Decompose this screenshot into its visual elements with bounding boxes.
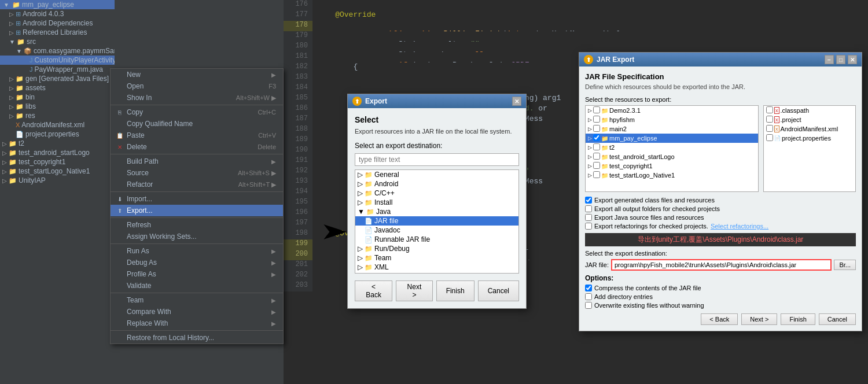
- menu-item-delete[interactable]: ✕ Delete Delete: [111, 141, 283, 153]
- jar-browse-button[interactable]: Br...: [834, 260, 856, 270]
- jar-tree-test-android[interactable]: ▷ 📁 test_android_startLogo: [586, 152, 758, 161]
- tree-item-android-manifest[interactable]: ▷ X AndroidManifest.xml: [0, 120, 115, 130]
- tree-item-project-props[interactable]: ▷ 📄 project.properties: [0, 130, 115, 139]
- jar-right-classpath[interactable]: x .classpath: [764, 106, 855, 115]
- tree-item-test-android[interactable]: ▷ 📁 test_android_startLogo: [0, 148, 115, 157]
- export-tree-java[interactable]: ▼ 📁 Java: [355, 207, 518, 216]
- export-tree-general[interactable]: ▷ 📁 General: [355, 170, 518, 179]
- overwrite-checkbox[interactable]: [585, 302, 592, 309]
- menu-item-copy[interactable]: ⎘ Copy Ctrl+C: [111, 106, 283, 118]
- checkbox-hpyfishm[interactable]: [593, 116, 600, 124]
- jar-tree-main2[interactable]: ▷ 📁 main2: [586, 124, 758, 134]
- checkbox-demo231[interactable]: [593, 106, 600, 115]
- export-tree-install[interactable]: ▷ 📁 Install: [355, 198, 518, 207]
- checkbox-project-props[interactable]: [766, 134, 773, 142]
- checkbox-project[interactable]: [766, 116, 773, 124]
- compress-checkbox[interactable]: [585, 285, 592, 291]
- checkbox-test-startlogo[interactable]: [593, 171, 600, 179]
- tree-item-test-copyright[interactable]: ▷ 📁 test_copyright1: [0, 157, 115, 167]
- menu-item-replace-with[interactable]: Replace With ▶: [111, 317, 283, 329]
- checkbox-test-android[interactable]: [593, 153, 600, 161]
- jar-right-tree[interactable]: x .classpath x .project x AndroidManifes…: [763, 105, 856, 192]
- jar-tree-mm-pay-eclipse[interactable]: ▷ 📁 mm_pay_eclipse: [586, 134, 758, 143]
- export-back-button[interactable]: < Back: [355, 280, 392, 301]
- jar-tree-t2[interactable]: ▷ 📁 t2: [586, 143, 758, 152]
- menu-item-restore-history[interactable]: Restore from Local History...: [111, 332, 283, 344]
- export-tree-jar-file[interactable]: 📄 JAR file: [355, 216, 518, 226]
- export-finish-button[interactable]: Finish: [436, 280, 475, 301]
- export-source-checkbox[interactable]: [585, 214, 592, 221]
- tree-item-com-easygame[interactable]: ▼ 📦 com.easygame.paymmSample: [0, 46, 115, 56]
- tree-item-res[interactable]: ▷ 📁 res: [0, 111, 115, 120]
- tree-item-src[interactable]: ▼ 📁 src: [0, 37, 115, 46]
- tree-item-referenced-libs[interactable]: ▷ ⊞ Referenced Libraries: [0, 28, 115, 37]
- export-tree-runnable-jar[interactable]: 📄 Runnable JAR file: [355, 235, 518, 244]
- tree-item-custom-unity[interactable]: ▷ J CustomUnityPlayerActivity.java: [0, 56, 115, 65]
- menu-item-export[interactable]: ⬆ Export...: [111, 205, 283, 216]
- export-tree-team[interactable]: ▷ 📁 Team: [355, 253, 518, 263]
- menu-item-compare-with[interactable]: Compare With ▶: [111, 306, 283, 317]
- jar-right-project[interactable]: x .project: [764, 115, 855, 124]
- menu-item-assign-working[interactable]: Assign Working Sets...: [111, 231, 283, 242]
- checkbox-t2[interactable]: [593, 143, 600, 152]
- jar-tree-test-startlogo[interactable]: ▷ 📁 test_startLogo_Native1: [586, 171, 758, 180]
- jar-finish-button[interactable]: Finish: [781, 313, 815, 325]
- jar-right-project-props[interactable]: 📄 project.properties: [764, 134, 855, 143]
- menu-item-new[interactable]: New ▶: [111, 69, 283, 80]
- tree-item-android-deps[interactable]: ▷ ⊞ Android Dependencies: [0, 19, 115, 28]
- checkbox-mm-pay-eclipse[interactable]: [593, 134, 600, 142]
- menu-item-validate[interactable]: Validate: [111, 280, 283, 291]
- menu-item-debug-as[interactable]: Debug As ▶: [111, 257, 283, 268]
- export-filter-input[interactable]: [355, 153, 519, 166]
- menu-item-build-path[interactable]: Build Path ▶: [111, 156, 283, 167]
- add-dir-checkbox[interactable]: [585, 293, 592, 300]
- jar-tree-test-copyright[interactable]: ▷ 📁 test_copyright1: [586, 161, 758, 171]
- export-tree-view[interactable]: ▷ 📁 General ▷ 📁 Android ▷ 📁 C/C++ ▷ 📁 In…: [355, 169, 519, 274]
- export-dialog-close[interactable]: ✕: [512, 97, 521, 106]
- menu-item-open[interactable]: Open F3: [111, 80, 283, 92]
- jar-next-button[interactable]: Next >: [741, 313, 777, 325]
- menu-item-team[interactable]: Team ▶: [111, 294, 283, 306]
- jar-left-tree[interactable]: ▷ 📁 Demo2.3.1 ▷ 📁 hpyfishm ▷ 📁 main2: [585, 105, 759, 192]
- menu-item-copy-qualified[interactable]: Copy Qualified Name: [111, 118, 283, 130]
- tree-item-t2[interactable]: ▷ 📁 t2: [0, 139, 115, 148]
- jar-dialog-minimize[interactable]: −: [825, 55, 834, 64]
- export-tree-xml[interactable]: ▷ 📁 XML: [355, 263, 518, 272]
- jar-right-android-manifest[interactable]: x AndroidManifest.xml: [764, 124, 855, 134]
- jar-dialog-maximize[interactable]: □: [836, 55, 845, 64]
- menu-item-import[interactable]: ⬇ Import...: [111, 193, 283, 205]
- tree-item-bin[interactable]: ▷ 📁 bin: [0, 93, 115, 102]
- checkbox-classpath[interactable]: [766, 106, 773, 115]
- checkbox-android-manifest[interactable]: [766, 125, 773, 133]
- menu-item-paste[interactable]: 📋 Paste Ctrl+V: [111, 130, 283, 141]
- menu-item-refresh[interactable]: Refresh: [111, 219, 283, 231]
- export-tree-run-debug[interactable]: ▷ 📁 Run/Debug: [355, 244, 518, 253]
- export-next-button[interactable]: Next >: [396, 280, 432, 301]
- tree-item-android403[interactable]: ▷ ⊞ Android 4.0.3: [0, 9, 115, 19]
- export-tree-android[interactable]: ▷ 📁 Android: [355, 179, 518, 189]
- tree-item-gen[interactable]: ▷ 📁 gen [Generated Java Files]: [0, 74, 115, 83]
- tree-item-unity-iap[interactable]: ▷ 📁 UnityIAP: [0, 176, 115, 185]
- menu-item-profile-as[interactable]: Profile As ▶: [111, 268, 283, 280]
- tree-item-test-start-logo[interactable]: ▷ 📁 test_startLogo_Native1: [0, 167, 115, 176]
- checkbox-test-copyright[interactable]: [593, 162, 600, 170]
- jar-back-button[interactable]: < Back: [701, 313, 738, 325]
- tree-item-mm-pay-eclipse[interactable]: ▼ 📁 mm_pay_eclipse: [0, 0, 115, 9]
- tree-item-pay-wrapper[interactable]: ▷ J PayWrapper_mm.java: [0, 65, 115, 74]
- menu-item-refactor[interactable]: Refactor Alt+Shift+T ▶: [111, 179, 283, 190]
- menu-item-run-as[interactable]: Run As ▶: [111, 245, 283, 257]
- jar-tree-demo231[interactable]: ▷ 📁 Demo2.3.1: [586, 106, 758, 115]
- export-cancel-button[interactable]: Cancel: [478, 280, 519, 301]
- menu-item-show-in[interactable]: Show In Alt+Shift+W ▶: [111, 92, 283, 104]
- jar-dialog-close[interactable]: ✕: [848, 55, 857, 64]
- jar-file-input[interactable]: [611, 259, 832, 271]
- export-class-checkbox[interactable]: [585, 197, 592, 204]
- export-output-checkbox[interactable]: [585, 205, 592, 212]
- tree-item-libs[interactable]: ▷ 📁 libs: [0, 102, 115, 111]
- checkbox-main2[interactable]: [593, 125, 600, 133]
- jar-cancel-button[interactable]: Cancel: [819, 313, 856, 325]
- export-tree-cpp[interactable]: ▷ 📁 C/C++: [355, 189, 518, 198]
- select-refactorings-link[interactable]: Select refactorings...: [711, 223, 768, 230]
- tree-item-assets[interactable]: ▷ 📁 assets: [0, 83, 115, 93]
- menu-item-source[interactable]: Source Alt+Shift+S ▶: [111, 167, 283, 179]
